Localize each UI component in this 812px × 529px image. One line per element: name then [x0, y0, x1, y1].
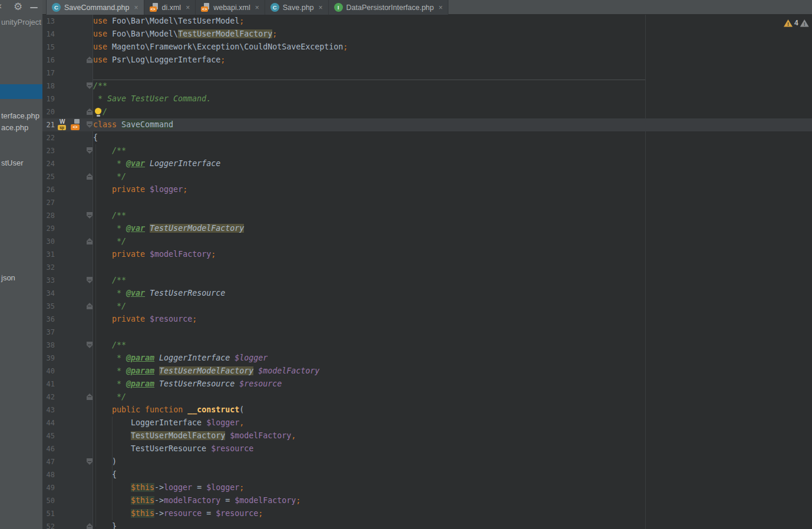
project-tree-item[interactable]: terface.php — [1, 111, 39, 120]
line-number[interactable]: 24 — [42, 157, 55, 170]
line-number[interactable]: 25 — [42, 170, 55, 183]
tab-di-xml[interactable]: <>di.xml× — [144, 0, 196, 15]
intention-bulb-icon[interactable] — [94, 108, 103, 117]
line-number[interactable]: 38 — [42, 339, 55, 352]
close-tab-icon[interactable]: × — [134, 4, 138, 12]
fold-marker-icon[interactable] — [87, 57, 93, 63]
line-number[interactable]: 26 — [42, 183, 55, 196]
code-line-32[interactable]: 32 — [42, 261, 812, 274]
line-number[interactable]: 51 — [42, 507, 55, 520]
project-tree-selected-row[interactable] — [0, 84, 42, 99]
code-line-45[interactable]: 45 TestUserModelFactory $modelFactory, — [42, 429, 812, 442]
line-number[interactable]: 35 — [42, 300, 55, 313]
line-number[interactable]: 19 — [42, 92, 55, 105]
code-line-50[interactable]: 50 $this->modelFactory = $modelFactory; — [42, 494, 812, 507]
webapi-gutter-icon[interactable]: Wsp — [58, 120, 67, 130]
code-line-47[interactable]: 47 ) — [42, 455, 812, 468]
line-number[interactable]: 39 — [42, 352, 55, 365]
code-editor[interactable]: 13use Foo\Bar\Model\TestUserModel;14use … — [42, 15, 812, 529]
line-number[interactable]: 18 — [42, 80, 55, 92]
line-number[interactable]: 30 — [42, 235, 55, 248]
fold-marker-icon[interactable] — [87, 147, 93, 154]
xml-config-gutter-icon[interactable]: <> — [71, 120, 81, 130]
line-number[interactable]: 34 — [42, 287, 55, 300]
line-number[interactable]: 50 — [42, 494, 55, 507]
hide-panel-icon[interactable] — [30, 7, 38, 8]
fold-marker-icon[interactable] — [87, 523, 93, 529]
code-line-43[interactable]: 43 public function __construct( — [42, 404, 812, 416]
code-line-46[interactable]: 46 TestUserResource $resource — [42, 442, 812, 455]
close-tab-icon[interactable]: × — [255, 4, 259, 12]
line-number[interactable]: 41 — [42, 378, 55, 391]
line-number[interactable]: 37 — [42, 326, 55, 339]
line-number[interactable]: 44 — [42, 416, 55, 429]
fold-marker-icon[interactable] — [87, 238, 93, 244]
project-tree-item[interactable]: ace.php — [1, 123, 28, 132]
code-line-36[interactable]: 36 private $resource; — [42, 313, 812, 326]
code-line-38[interactable]: 38 /** — [42, 339, 812, 352]
code-line-16[interactable]: 16use Psr\Log\LoggerInterface; — [42, 54, 812, 67]
code-line-14[interactable]: 14use Foo\Bar\Model\TestUserModelFactory… — [42, 28, 812, 41]
line-number[interactable]: 28 — [42, 209, 55, 222]
fold-marker-icon[interactable] — [87, 458, 93, 465]
code-line-15[interactable]: 15use Magento\Framework\Exception\CouldN… — [42, 41, 812, 54]
code-line-49[interactable]: 49 $this->logger = $logger; — [42, 481, 812, 494]
line-number[interactable]: 46 — [42, 442, 55, 455]
line-number[interactable]: 40 — [42, 365, 55, 378]
code-line-37[interactable]: 37 — [42, 326, 812, 339]
fold-marker-icon[interactable] — [87, 173, 93, 180]
code-line-33[interactable]: 33 /** — [42, 274, 812, 287]
line-number[interactable]: 42 — [42, 391, 55, 404]
project-tree-item[interactable]: unityProject — [1, 18, 41, 27]
line-number[interactable]: 15 — [42, 41, 55, 54]
line-number[interactable]: 27 — [42, 196, 55, 209]
line-number[interactable]: 47 — [42, 455, 55, 468]
code-line-40[interactable]: 40 * @param TestUserModelFactory $modelF… — [42, 365, 812, 378]
fold-marker-icon[interactable] — [87, 277, 93, 283]
code-line-23[interactable]: 23 /** — [42, 144, 812, 157]
tab-webapi-xml[interactable]: <>webapi.xml× — [196, 0, 265, 15]
close-tab-icon[interactable]: × — [186, 4, 190, 12]
inspections-widget[interactable]: ! 4 ! — [784, 19, 809, 27]
code-line-34[interactable]: 34 * @var TestUserResource — [42, 287, 812, 300]
line-number[interactable]: 20 — [42, 105, 55, 118]
collapse-panel-icon[interactable]: « — [0, 1, 1, 11]
line-number[interactable]: 45 — [42, 429, 55, 442]
close-tab-icon[interactable]: × — [319, 4, 323, 12]
project-tree-item[interactable]: stUser — [1, 158, 24, 167]
code-line-42[interactable]: 42 */ — [42, 391, 812, 404]
code-line-30[interactable]: 30 */ — [42, 235, 812, 248]
line-number[interactable]: 17 — [42, 67, 55, 80]
fold-marker-icon[interactable] — [87, 212, 93, 219]
line-number[interactable]: 52 — [42, 520, 55, 529]
code-line-20[interactable]: 20 */ — [42, 105, 812, 118]
code-line-25[interactable]: 25 */ — [42, 170, 812, 183]
fold-marker-icon[interactable] — [87, 394, 93, 400]
code-line-52[interactable]: 52 } — [42, 520, 812, 529]
tab-save-php[interactable]: CSave.php× — [265, 0, 329, 15]
code-line-22[interactable]: 22{ — [42, 131, 812, 144]
code-line-51[interactable]: 51 $this->resource = $resource; — [42, 507, 812, 520]
close-tab-icon[interactable]: × — [438, 4, 443, 12]
code-line-26[interactable]: 26 private $logger; — [42, 183, 812, 196]
code-line-18[interactable]: 18/** — [42, 80, 812, 92]
project-tree-item[interactable]: json — [1, 273, 15, 282]
fold-marker-icon[interactable] — [87, 342, 93, 348]
line-number[interactable]: 16 — [42, 54, 55, 67]
code-line-44[interactable]: 44 LoggerInterface $logger, — [42, 416, 812, 429]
tab-datapersistorinterface-php[interactable]: IDataPersistorInterface.php× — [329, 0, 449, 15]
code-line-19[interactable]: 19 * Save TestUser Command. — [42, 92, 812, 105]
line-number[interactable]: 21 — [42, 118, 55, 131]
fold-marker-icon[interactable] — [87, 121, 93, 128]
code-line-31[interactable]: 31 private $modelFactory; — [42, 248, 812, 261]
line-number[interactable]: 13 — [42, 15, 55, 28]
line-number[interactable]: 33 — [42, 274, 55, 287]
fold-marker-icon[interactable] — [87, 303, 93, 309]
line-number[interactable]: 49 — [42, 481, 55, 494]
code-line-41[interactable]: 41 * @param TestUserResource $resource — [42, 378, 812, 391]
gear-icon[interactable]: ⚙ — [14, 1, 22, 14]
line-number[interactable]: 29 — [42, 222, 55, 235]
line-number[interactable]: 36 — [42, 313, 55, 326]
line-number[interactable]: 22 — [42, 131, 55, 144]
code-line-24[interactable]: 24 * @var LoggerInterface — [42, 157, 812, 170]
